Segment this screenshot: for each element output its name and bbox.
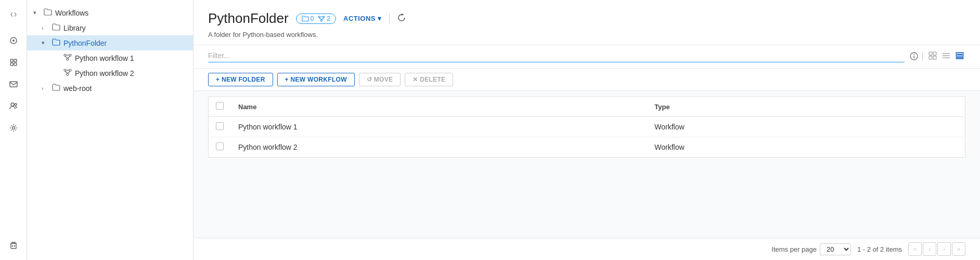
sidebar-item-pythonfolder[interactable]: ▾ PythonFolder: [27, 35, 193, 50]
chevron-right-icon: ›: [42, 85, 49, 92]
svg-line-29: [319, 18, 322, 20]
mail-nav-icon[interactable]: [4, 75, 23, 94]
sidebar-item-label: PythonFolder: [63, 39, 187, 47]
sidebar-item-label: Python workflow 2: [75, 69, 187, 77]
chevron-down-icon: ▾: [378, 15, 382, 22]
icon-bar: [0, 0, 27, 260]
svg-rect-10: [11, 243, 16, 249]
last-page-button: »: [952, 242, 965, 256]
svg-rect-6: [10, 82, 17, 87]
row-checkbox[interactable]: [216, 122, 224, 130]
svg-point-8: [15, 103, 17, 106]
refresh-button[interactable]: [397, 13, 406, 24]
svg-line-24: [68, 71, 70, 73]
divider: [922, 52, 923, 61]
folder-count-badge: 0: [302, 15, 314, 22]
filter-row: [194, 45, 980, 69]
table-area: Name Type Python workflow 1 Workflow Pyt: [194, 91, 980, 238]
select-all-checkbox[interactable]: [216, 102, 224, 110]
items-per-page-selector: Items per page 20 50 100: [771, 243, 851, 255]
folder-description: A folder for Python-based workflows.: [208, 31, 965, 38]
svg-point-25: [318, 16, 320, 18]
library-nav-icon[interactable]: [4, 53, 23, 72]
svg-point-14: [69, 54, 71, 56]
workflow-type-cell: Workflow: [647, 117, 965, 137]
filter-input[interactable]: [208, 51, 905, 62]
svg-point-34: [913, 54, 914, 55]
trash-nav-icon[interactable]: [4, 236, 23, 255]
table-row[interactable]: Python workflow 2 Workflow: [209, 137, 965, 158]
move-button: ↺ MOVE: [359, 73, 401, 86]
admin-nav-icon[interactable]: [4, 119, 23, 137]
svg-line-30: [321, 18, 324, 20]
new-folder-button[interactable]: + NEW FOLDER: [208, 73, 273, 86]
svg-point-20: [69, 69, 71, 71]
sidebar-item-label: Python workflow 1: [75, 54, 187, 62]
sidebar-item-label: web-root: [63, 84, 187, 93]
svg-rect-37: [929, 56, 932, 59]
svg-point-27: [321, 20, 323, 21]
dashboard-nav-icon[interactable]: [4, 31, 23, 50]
divider: [389, 13, 390, 24]
sidebar-item-webroot[interactable]: › web-root: [27, 81, 193, 96]
page-title: PythonFolder: [208, 10, 289, 27]
actions-label: ACTIONS: [343, 15, 376, 22]
sidebar-item-python-workflow-1[interactable]: Python workflow 1: [27, 50, 193, 66]
pagination: Items per page 20 50 100 1 - 2 of 2 item…: [194, 238, 980, 260]
svg-rect-36: [933, 52, 936, 55]
svg-point-19: [64, 69, 66, 71]
table-row[interactable]: Python workflow 1 Workflow: [209, 117, 965, 137]
data-table: Name Type Python workflow 1 Workflow Pyt: [208, 96, 965, 158]
workflow-name-cell[interactable]: Python workflow 2: [231, 137, 647, 158]
sidebar-item-library[interactable]: › Library: [27, 20, 193, 35]
sidebar-item-python-workflow-2[interactable]: Python workflow 2: [27, 66, 193, 81]
svg-rect-43: [956, 55, 963, 57]
sidebar-item-workflows[interactable]: ▾ Workflows: [27, 5, 193, 20]
svg-rect-35: [929, 52, 932, 55]
actions-button[interactable]: ACTIONS ▾: [343, 15, 382, 22]
detail-view-icon[interactable]: [954, 50, 965, 63]
grid-view-icon[interactable]: [927, 50, 938, 63]
svg-marker-31: [402, 14, 404, 16]
svg-rect-2: [10, 59, 13, 62]
chevron-right-icon: ›: [42, 25, 49, 31]
chevron-down-icon: ▾: [33, 9, 41, 16]
folder-icon: [52, 23, 60, 32]
sidebar: ▾ Workflows › Library ▾ PythonFolder: [27, 0, 194, 260]
row-checkbox-cell[interactable]: [209, 137, 231, 158]
svg-point-13: [64, 54, 66, 56]
type-column-header: Type: [647, 97, 965, 117]
delete-button: ✕ DELETE: [405, 73, 453, 86]
select-all-header[interactable]: [209, 97, 231, 117]
view-toggle: [927, 50, 965, 63]
svg-rect-42: [956, 53, 963, 54]
folder-icon: [52, 84, 60, 93]
sidebar-toggle-icon[interactable]: [4, 5, 23, 24]
workflow-type-cell: Workflow: [647, 137, 965, 158]
row-checkbox-cell[interactable]: [209, 117, 231, 137]
sidebar-item-label: Workflows: [55, 9, 187, 17]
svg-line-18: [68, 56, 70, 58]
workflow-count-badge: 2: [318, 15, 330, 22]
svg-rect-44: [956, 58, 963, 59]
svg-line-23: [65, 71, 68, 73]
folder-icon: [52, 38, 60, 47]
page-navigation: « ‹ › »: [908, 242, 965, 256]
new-workflow-button[interactable]: + NEW WORKFLOW: [277, 73, 355, 86]
svg-rect-5: [14, 63, 17, 66]
row-checkbox[interactable]: [216, 142, 224, 150]
main-content: PythonFolder 0: [194, 0, 980, 260]
name-column-header: Name: [231, 97, 647, 117]
list-view-icon[interactable]: [940, 50, 952, 63]
page-range-info: 1 - 2 of 2 items: [857, 245, 902, 253]
chevron-down-icon: ▾: [42, 40, 49, 46]
svg-point-21: [67, 73, 69, 75]
info-icon[interactable]: [910, 52, 918, 62]
svg-point-9: [12, 127, 15, 129]
svg-point-7: [11, 103, 14, 106]
svg-line-17: [65, 56, 68, 58]
svg-point-1: [12, 40, 15, 42]
per-page-select[interactable]: 20 50 100: [820, 243, 851, 255]
users-nav-icon[interactable]: [4, 97, 23, 115]
workflow-name-cell[interactable]: Python workflow 1: [231, 117, 647, 137]
